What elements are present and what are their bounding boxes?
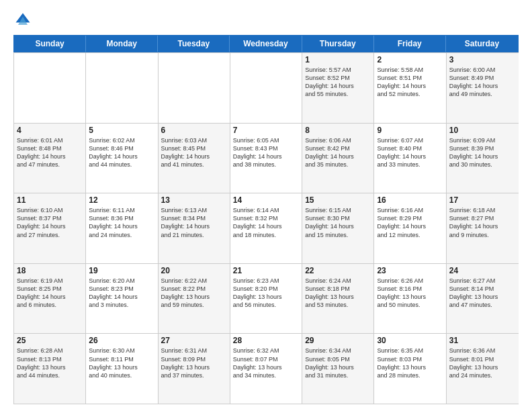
day-info: Sunrise: 6:26 AM Sunset: 8:16 PM Dayligh… bbox=[377, 277, 443, 310]
day-number: 18 bbox=[17, 266, 83, 275]
day-number: 11 bbox=[17, 195, 83, 205]
day-cell-19: 19Sunrise: 6:20 AM Sunset: 8:23 PM Dayli… bbox=[86, 264, 158, 334]
day-info: Sunrise: 6:23 AM Sunset: 8:20 PM Dayligh… bbox=[233, 277, 299, 310]
page: SundayMondayTuesdayWednesdayThursdayFrid… bbox=[0, 0, 532, 411]
day-number: 15 bbox=[305, 195, 371, 205]
day-cell-4: 4Sunrise: 6:01 AM Sunset: 8:48 PM Daylig… bbox=[14, 124, 86, 193]
day-info: Sunrise: 6:22 AM Sunset: 8:22 PM Dayligh… bbox=[161, 277, 227, 310]
weekday-header-friday: Friday bbox=[374, 36, 446, 52]
header bbox=[13, 11, 519, 30]
day-number: 24 bbox=[449, 266, 516, 275]
day-cell-29: 29Sunrise: 6:34 AM Sunset: 8:05 PM Dayli… bbox=[302, 334, 374, 404]
day-cell-25: 25Sunrise: 6:28 AM Sunset: 8:13 PM Dayli… bbox=[14, 334, 86, 404]
weekday-header-monday: Monday bbox=[86, 36, 158, 52]
empty-cell bbox=[86, 53, 158, 123]
day-cell-15: 15Sunrise: 6:15 AM Sunset: 8:30 PM Dayli… bbox=[302, 193, 374, 263]
calendar-header: SundayMondayTuesdayWednesdayThursdayFrid… bbox=[13, 35, 519, 52]
day-cell-3: 3Sunrise: 6:00 AM Sunset: 8:49 PM Daylig… bbox=[447, 53, 519, 123]
day-info: Sunrise: 6:19 AM Sunset: 8:25 PM Dayligh… bbox=[17, 277, 83, 310]
day-cell-12: 12Sunrise: 6:11 AM Sunset: 8:36 PM Dayli… bbox=[86, 193, 158, 263]
day-info: Sunrise: 6:20 AM Sunset: 8:23 PM Dayligh… bbox=[89, 277, 154, 310]
day-info: Sunrise: 6:16 AM Sunset: 8:29 PM Dayligh… bbox=[377, 206, 443, 239]
day-cell-21: 21Sunrise: 6:23 AM Sunset: 8:20 PM Dayli… bbox=[230, 264, 302, 334]
day-cell-31: 31Sunrise: 6:36 AM Sunset: 8:01 PM Dayli… bbox=[447, 334, 519, 404]
day-number: 25 bbox=[17, 336, 83, 345]
day-info: Sunrise: 5:57 AM Sunset: 8:52 PM Dayligh… bbox=[305, 66, 371, 99]
weekday-header-sunday: Sunday bbox=[14, 36, 86, 52]
day-cell-9: 9Sunrise: 6:07 AM Sunset: 8:40 PM Daylig… bbox=[374, 124, 446, 193]
logo bbox=[13, 11, 35, 30]
day-info: Sunrise: 6:07 AM Sunset: 8:40 PM Dayligh… bbox=[377, 136, 443, 169]
empty-cell bbox=[230, 53, 302, 123]
day-cell-20: 20Sunrise: 6:22 AM Sunset: 8:22 PM Dayli… bbox=[159, 264, 230, 334]
day-info: Sunrise: 6:00 AM Sunset: 8:49 PM Dayligh… bbox=[449, 66, 516, 99]
day-number: 22 bbox=[305, 266, 371, 275]
week-row-3: 11Sunrise: 6:10 AM Sunset: 8:37 PM Dayli… bbox=[14, 193, 519, 263]
weekday-header-wednesday: Wednesday bbox=[230, 36, 302, 52]
day-number: 12 bbox=[89, 195, 154, 205]
day-info: Sunrise: 6:03 AM Sunset: 8:45 PM Dayligh… bbox=[161, 136, 227, 169]
day-cell-16: 16Sunrise: 6:16 AM Sunset: 8:29 PM Dayli… bbox=[374, 193, 446, 263]
day-number: 6 bbox=[161, 126, 227, 135]
day-number: 21 bbox=[233, 266, 299, 275]
empty-cell bbox=[159, 53, 230, 123]
calendar-body: 1Sunrise: 5:57 AM Sunset: 8:52 PM Daylig… bbox=[13, 52, 519, 404]
day-cell-1: 1Sunrise: 5:57 AM Sunset: 8:52 PM Daylig… bbox=[302, 53, 374, 123]
day-cell-14: 14Sunrise: 6:14 AM Sunset: 8:32 PM Dayli… bbox=[230, 193, 302, 263]
day-info: Sunrise: 6:01 AM Sunset: 8:48 PM Dayligh… bbox=[17, 136, 83, 169]
day-number: 8 bbox=[305, 126, 371, 135]
weekday-header-tuesday: Tuesday bbox=[158, 36, 230, 52]
day-info: Sunrise: 6:31 AM Sunset: 8:09 PM Dayligh… bbox=[161, 347, 227, 379]
day-info: Sunrise: 6:09 AM Sunset: 8:39 PM Dayligh… bbox=[449, 136, 516, 169]
day-number: 3 bbox=[449, 55, 516, 64]
day-number: 9 bbox=[377, 126, 443, 135]
day-info: Sunrise: 6:32 AM Sunset: 8:07 PM Dayligh… bbox=[233, 347, 299, 379]
day-number: 31 bbox=[449, 336, 516, 345]
day-number: 26 bbox=[89, 336, 154, 345]
day-info: Sunrise: 6:34 AM Sunset: 8:05 PM Dayligh… bbox=[305, 347, 371, 379]
day-info: Sunrise: 6:27 AM Sunset: 8:14 PM Dayligh… bbox=[449, 277, 516, 310]
calendar: SundayMondayTuesdayWednesdayThursdayFrid… bbox=[13, 35, 519, 404]
day-info: Sunrise: 6:18 AM Sunset: 8:27 PM Dayligh… bbox=[449, 206, 516, 239]
week-row-2: 4Sunrise: 6:01 AM Sunset: 8:48 PM Daylig… bbox=[14, 123, 519, 193]
day-cell-5: 5Sunrise: 6:02 AM Sunset: 8:46 PM Daylig… bbox=[86, 124, 158, 193]
day-info: Sunrise: 6:24 AM Sunset: 8:18 PM Dayligh… bbox=[305, 277, 371, 310]
day-cell-13: 13Sunrise: 6:13 AM Sunset: 8:34 PM Dayli… bbox=[159, 193, 230, 263]
day-cell-23: 23Sunrise: 6:26 AM Sunset: 8:16 PM Dayli… bbox=[374, 264, 446, 334]
day-info: Sunrise: 6:11 AM Sunset: 8:36 PM Dayligh… bbox=[89, 206, 154, 239]
day-cell-10: 10Sunrise: 6:09 AM Sunset: 8:39 PM Dayli… bbox=[447, 124, 519, 193]
day-number: 10 bbox=[449, 126, 516, 135]
day-number: 29 bbox=[305, 336, 371, 345]
day-number: 4 bbox=[17, 126, 83, 135]
day-info: Sunrise: 5:58 AM Sunset: 8:51 PM Dayligh… bbox=[377, 66, 443, 99]
day-number: 14 bbox=[233, 195, 299, 205]
day-number: 1 bbox=[305, 55, 371, 64]
day-info: Sunrise: 6:15 AM Sunset: 8:30 PM Dayligh… bbox=[305, 206, 371, 239]
day-cell-30: 30Sunrise: 6:35 AM Sunset: 8:03 PM Dayli… bbox=[374, 334, 446, 404]
day-number: 30 bbox=[377, 336, 443, 345]
day-cell-18: 18Sunrise: 6:19 AM Sunset: 8:25 PM Dayli… bbox=[14, 264, 86, 334]
logo-icon bbox=[13, 11, 32, 30]
day-cell-24: 24Sunrise: 6:27 AM Sunset: 8:14 PM Dayli… bbox=[447, 264, 519, 334]
day-info: Sunrise: 6:10 AM Sunset: 8:37 PM Dayligh… bbox=[17, 206, 83, 239]
day-number: 23 bbox=[377, 266, 443, 275]
day-number: 17 bbox=[449, 195, 516, 205]
day-cell-8: 8Sunrise: 6:06 AM Sunset: 8:42 PM Daylig… bbox=[302, 124, 374, 193]
weekday-header-saturday: Saturday bbox=[446, 36, 518, 52]
day-info: Sunrise: 6:28 AM Sunset: 8:13 PM Dayligh… bbox=[17, 347, 83, 379]
day-number: 27 bbox=[161, 336, 227, 345]
day-number: 16 bbox=[377, 195, 443, 205]
day-cell-11: 11Sunrise: 6:10 AM Sunset: 8:37 PM Dayli… bbox=[14, 193, 86, 263]
day-info: Sunrise: 6:35 AM Sunset: 8:03 PM Dayligh… bbox=[377, 347, 443, 379]
empty-cell bbox=[14, 53, 86, 123]
day-number: 5 bbox=[89, 126, 154, 135]
week-row-4: 18Sunrise: 6:19 AM Sunset: 8:25 PM Dayli… bbox=[14, 263, 519, 334]
day-cell-6: 6Sunrise: 6:03 AM Sunset: 8:45 PM Daylig… bbox=[159, 124, 230, 193]
day-info: Sunrise: 6:36 AM Sunset: 8:01 PM Dayligh… bbox=[449, 347, 516, 379]
day-cell-26: 26Sunrise: 6:30 AM Sunset: 8:11 PM Dayli… bbox=[86, 334, 158, 404]
day-cell-7: 7Sunrise: 6:05 AM Sunset: 8:43 PM Daylig… bbox=[230, 124, 302, 193]
day-info: Sunrise: 6:13 AM Sunset: 8:34 PM Dayligh… bbox=[161, 206, 227, 239]
day-number: 20 bbox=[161, 266, 227, 275]
day-cell-2: 2Sunrise: 5:58 AM Sunset: 8:51 PM Daylig… bbox=[374, 53, 446, 123]
week-row-1: 1Sunrise: 5:57 AM Sunset: 8:52 PM Daylig… bbox=[14, 52, 519, 123]
